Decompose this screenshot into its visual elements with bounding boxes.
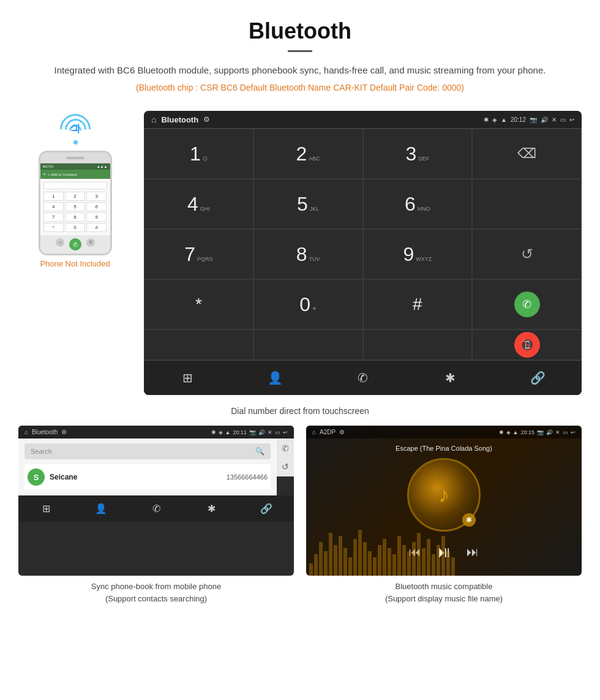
dial-call-green[interactable]: ✆ (472, 279, 582, 329)
phonebook-screenshot: ⌂ Bluetooth ⚙ ✱ ◈ ▲ 20:11 📷 🔊 ✕ ▭ ↩ (18, 426, 294, 576)
search-icon: 🔍 (255, 447, 264, 456)
dial-key-5[interactable]: 5JKL (253, 179, 363, 229)
dial-caption: Dial number direct from touchscreen (0, 406, 600, 416)
dialpad-bottom-bar: ⊞ 👤 ✆ ✱ 🔗 (144, 360, 582, 395)
phone-call-icon[interactable]: ✆ (282, 443, 289, 453)
phone-bottom-bar: ◁ ✆ ☰ (40, 235, 110, 254)
phone-call-button[interactable]: ✆ (69, 238, 81, 250)
phone-menu-btn[interactable]: ☰ (86, 238, 95, 247)
back-icon[interactable]: ↩ (569, 116, 574, 123)
dial-key-9[interactable]: 9WXYZ (363, 229, 473, 279)
dial-key-2[interactable]: 2ABC (253, 129, 363, 179)
dialpad-contacts-btn[interactable]: 👤 (231, 361, 319, 395)
contact-row[interactable]: S Seicane 13566664466 (24, 464, 271, 491)
page-header: Bluetooth Integrated with BC6 Bluetooth … (0, 0, 600, 99)
dial-key-6[interactable]: 6MNO (363, 179, 473, 229)
pb-status-left: ⌂ Bluetooth ⚙ (24, 429, 67, 435)
sync-icon[interactable]: ↺ (282, 462, 289, 472)
pb-bt-btn[interactable]: ✱ (184, 499, 239, 518)
pb-link-btn[interactable]: 🔗 (239, 499, 294, 518)
phone-back-btn[interactable]: ◁ (56, 238, 64, 247)
phone-key-3[interactable]: 3 (86, 192, 107, 201)
add-contact-icon: + (43, 171, 47, 177)
dial-empty-5a (144, 329, 253, 360)
dial-key-4[interactable]: 4GHI (144, 179, 253, 229)
phonebook-caption-line1: Sync phone-book from mobile phone (91, 582, 221, 591)
home-icon[interactable]: ⌂ (151, 115, 156, 124)
dial-key-1[interactable]: 1⌬ (144, 129, 253, 179)
bluetooth-small-icon: ♃ (69, 121, 81, 137)
phone-key-7[interactable]: 7 (43, 213, 64, 222)
ms-cam-icon: 📷 (537, 429, 544, 435)
bluetooth-status-icon: ✱ (484, 116, 489, 123)
phone-key-hash[interactable]: # (86, 223, 107, 232)
dial-key-7[interactable]: 7PQRS (144, 229, 253, 279)
dial-key-0[interactable]: 0+ (253, 279, 363, 329)
phonebook-bottom-bar: ⊞ 👤 ✆ ✱ 🔗 (18, 495, 294, 522)
phone-speaker (66, 157, 84, 159)
dialpad-grid: 1⌬ 2ABC 3DEF ⌫ 4GHI 5JKL 6MNO (144, 128, 582, 360)
dialpad-bluetooth-btn[interactable]: ✱ (407, 361, 494, 395)
dial-backspace[interactable]: ⌫ (472, 129, 582, 179)
music-status-bar: ⌂ A2DP ⚙ ✱ ◈ ▲ 20:15 📷 🔊 ✕ ▭ ↩ (306, 426, 582, 438)
music-note-icon: ♪ (438, 482, 449, 508)
ms-vol-icon: 🔊 (546, 429, 553, 435)
dialpad-status-left: ⌂ Bluetooth ⚙ (151, 115, 210, 124)
ms-status-left: ⌂ A2DP ⚙ (312, 429, 345, 435)
phone-key-6[interactable]: 6 (86, 202, 107, 211)
dial-redial[interactable]: ↺ (472, 229, 582, 279)
bluetooth-badge: ✱ (462, 513, 476, 527)
dial-call-red[interactable]: 📵 (472, 329, 582, 360)
ms-title: A2DP (320, 429, 336, 435)
ms-back-icon[interactable]: ↩ (571, 429, 576, 435)
phone-dialpad-screen: 1 2 3 4 5 6 7 8 9 * 0 # (40, 179, 110, 235)
equalizer-visualizer (306, 527, 582, 576)
pb-home-icon[interactable]: ⌂ (24, 429, 28, 435)
dial-key-star[interactable]: * (144, 279, 253, 329)
ms-win-icon: ▭ (563, 429, 568, 435)
dial-empty-5c (363, 329, 473, 360)
dial-key-hash[interactable]: # (363, 279, 473, 329)
pb-vol-icon: 🔊 (258, 429, 265, 435)
dial-key-8[interactable]: 8TUV (253, 229, 363, 279)
pb-signal-icon: ▲ (225, 429, 231, 435)
phone-key-9[interactable]: 9 (86, 213, 107, 222)
phone-key-0[interactable]: 0 (65, 223, 85, 232)
dial-key-3[interactable]: 3DEF (363, 129, 473, 179)
phone-key-4[interactable]: 4 (43, 202, 64, 211)
pb-gps-icon: ◈ (219, 429, 223, 435)
phone-key-8[interactable]: 8 (65, 213, 85, 222)
phonebook-search-bar[interactable]: Search 🔍 (24, 443, 271, 459)
phone-key-5[interactable]: 5 (65, 202, 85, 211)
pb-grid-btn[interactable]: ⊞ (18, 499, 73, 518)
pb-phone-btn[interactable]: ✆ (129, 499, 184, 518)
dialpad-phone-btn[interactable]: ✆ (319, 361, 407, 395)
phone-key-2[interactable]: 2 (65, 192, 85, 201)
phone-mockup: MOTO ▲▲▲ + + Add to Contacts 1 2 3 4 5 6… (39, 151, 112, 255)
music-caption: Bluetooth music compatible (Support disp… (306, 581, 582, 604)
phone-key-star[interactable]: * (43, 223, 64, 232)
dialpad-grid-btn[interactable]: ⊞ (144, 361, 231, 395)
ms-usb-icon: ⚙ (339, 429, 345, 435)
pb-cam-icon: 📷 (249, 429, 256, 435)
contact-avatar: S (28, 469, 45, 486)
phonebook-main-content: Search 🔍 S Seicane 13566664466 (18, 438, 277, 495)
dial-empty-5b (253, 329, 363, 360)
ms-signal-icon: ▲ (513, 429, 519, 435)
phonebook-right-icons: ✆ ↺ (277, 438, 294, 476)
phone-keys: 1 2 3 4 5 6 7 8 9 * 0 # (43, 192, 107, 232)
ms-gps-icon: ◈ (506, 429, 511, 435)
phonebook-status-bar: ⌂ Bluetooth ⚙ ✱ ◈ ▲ 20:11 📷 🔊 ✕ ▭ ↩ (18, 426, 294, 438)
dialpad-link-btn[interactable]: 🔗 (494, 361, 582, 395)
contact-name: Seicane (50, 473, 227, 481)
phone-top-bar (40, 152, 110, 164)
pb-contacts-btn[interactable]: 👤 (73, 499, 129, 518)
phone-carrier: MOTO (43, 165, 54, 168)
pb-back-icon[interactable]: ↩ (283, 429, 288, 435)
ms-status-right: ✱ ◈ ▲ 20:15 📷 🔊 ✕ ▭ ↩ (499, 429, 576, 435)
album-art: ♪ ✱ (407, 458, 481, 532)
phone-key-1[interactable]: 1 (43, 192, 64, 201)
ms-home-icon[interactable]: ⌂ (312, 429, 316, 435)
music-screenshot: ⌂ A2DP ⚙ ✱ ◈ ▲ 20:15 📷 🔊 ✕ ▭ ↩ E (306, 426, 582, 576)
phonebook-caption: Sync phone-book from mobile phone (Suppo… (18, 581, 294, 604)
